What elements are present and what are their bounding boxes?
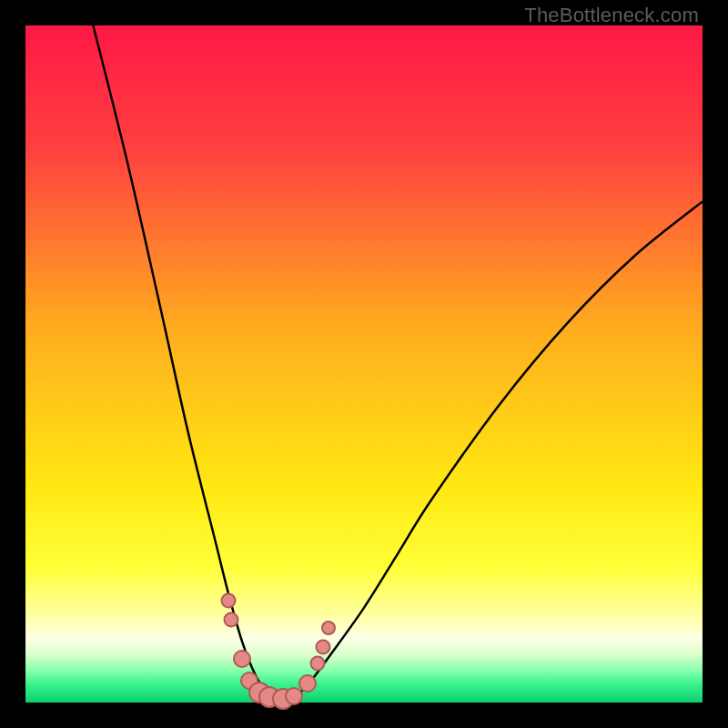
- data-marker: [224, 612, 239, 628]
- data-marker: [310, 655, 326, 671]
- data-marker: [321, 621, 336, 635]
- plot-area: [25, 25, 703, 703]
- data-marker: [316, 639, 331, 654]
- data-marker: [298, 674, 317, 693]
- data-marker: [221, 593, 237, 609]
- watermark-text: TheBottleneck.com: [524, 4, 699, 27]
- svg-rect-0: [25, 25, 703, 703]
- background-gradient: [25, 25, 703, 703]
- data-marker: [233, 650, 251, 668]
